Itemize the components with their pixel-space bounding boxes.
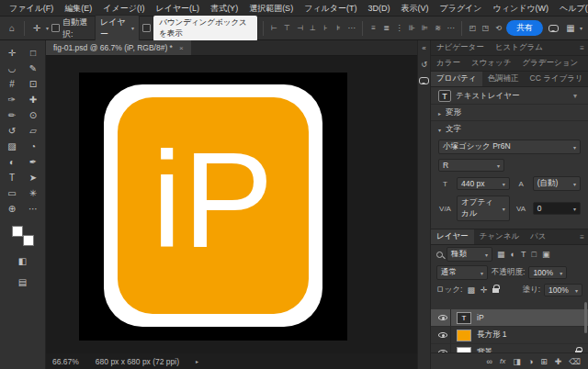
leading-dropdown[interactable]: (自動) ▾ — [533, 176, 581, 191]
screen-mode-button[interactable]: ▤ — [18, 274, 27, 290]
type-tool[interactable]: T — [3, 170, 22, 185]
marquee-tool[interactable]: □ — [24, 45, 43, 61]
lock-transparent-icon[interactable]: ▩ — [466, 285, 476, 295]
lock-all-icon[interactable] — [492, 288, 499, 293]
menu-help[interactable]: ヘルプ(H) — [554, 0, 588, 17]
tab-swatches[interactable]: スウォッチ — [466, 56, 517, 71]
move-tool-icon[interactable]: ✛ — [30, 19, 43, 38]
tab-channels[interactable]: チャンネル — [474, 229, 526, 244]
3d-mode-icon-1[interactable]: ◰ — [468, 19, 478, 38]
tracking-dropdown[interactable]: 0 ▾ — [533, 202, 581, 215]
bounding-box-label[interactable]: バウンディングボックスを表示 — [153, 16, 257, 41]
layer-name[interactable]: 長方形 1 — [477, 330, 584, 341]
filter-shape-icon[interactable]: □ — [530, 250, 537, 259]
transform-section-header[interactable]: ▸ 変形 — [431, 104, 588, 120]
menu-image[interactable]: イメージ(I) — [97, 0, 150, 17]
shape-layer-thumbnail[interactable] — [457, 330, 471, 341]
font-family-dropdown[interactable]: 小塚ゴシック Pr6N ▾ — [438, 140, 581, 154]
lasso-tool[interactable]: ◡ — [3, 61, 22, 76]
home-icon[interactable]: ⌂ — [6, 19, 18, 38]
scrollbar[interactable] — [584, 302, 587, 333]
quick-mask-button[interactable]: ◧ — [18, 253, 27, 269]
document-canvas[interactable]: iP — [79, 73, 347, 341]
layer-row-rectangle[interactable]: 長方形 1 — [431, 327, 588, 344]
frame-tool[interactable]: ⊡ — [24, 76, 43, 92]
layer-row-background[interactable]: 背景 — [431, 344, 588, 352]
align-right-icon[interactable]: ⊣ — [295, 19, 305, 38]
panel-menu-icon[interactable]: ≡ — [576, 40, 588, 55]
zoom-level[interactable]: 66.67% — [52, 357, 79, 366]
menu-filter[interactable]: フィルター(T) — [299, 0, 362, 17]
visibility-toggle[interactable] — [435, 327, 451, 343]
menu-select[interactable]: 選択範囲(S) — [243, 0, 299, 17]
menu-type[interactable]: 書式(Y) — [205, 0, 243, 17]
document-tab[interactable]: fig-01.psd @ 66.7% (iP, RGB/8#) * × — [46, 40, 191, 55]
menu-file[interactable]: ファイル(F) — [4, 0, 59, 17]
3d-mode-icon-3[interactable]: ⟲ — [493, 19, 503, 38]
menu-view[interactable]: 表示(V) — [395, 0, 434, 17]
filter-smart-object-icon[interactable]: ▣ — [541, 250, 551, 259]
layer-name[interactable]: iP — [477, 313, 584, 322]
character-section-header[interactable]: ▾ 文字 — [431, 120, 588, 137]
panel-menu-icon[interactable]: ≡ — [576, 229, 588, 244]
align-left-icon[interactable]: ⊢ — [269, 19, 279, 38]
distribute-icon-3[interactable]: ⋮ — [394, 19, 404, 38]
hand-tool[interactable]: ✳ — [24, 185, 43, 201]
background-layer-thumbnail[interactable] — [457, 347, 471, 353]
history-brush-tool[interactable]: ↺ — [3, 123, 22, 139]
adjustment-layer-icon[interactable]: ◑ — [528, 357, 533, 366]
healing-tool[interactable]: ✚ — [24, 92, 43, 107]
distribute-icon-6[interactable]: ≋ — [433, 19, 443, 38]
quick-select-tool[interactable]: ✎ — [24, 61, 43, 76]
chevron-right-icon[interactable]: ▸ — [196, 358, 198, 364]
auto-select-checkbox[interactable] — [51, 24, 60, 32]
kerning-dropdown[interactable]: オプティカル ▾ — [457, 196, 510, 221]
align-center-icon[interactable]: ⊤ — [282, 19, 292, 38]
tab-layers[interactable]: レイヤー — [431, 229, 474, 244]
add-mask-icon[interactable]: ◨ — [513, 357, 521, 366]
bounding-box-checkbox[interactable] — [142, 24, 151, 32]
align-bottom-icon[interactable]: ⊧ — [334, 19, 344, 38]
distribute-icon-5[interactable]: ⊫ — [420, 19, 430, 38]
comment-icon[interactable] — [548, 25, 559, 32]
new-layer-icon[interactable]: ✚ — [555, 357, 562, 366]
blur-tool[interactable]: ◔ — [24, 139, 43, 154]
menu-window[interactable]: ウィンドウ(W) — [488, 0, 555, 17]
edit-toolbar-button[interactable]: ⋯ — [24, 201, 43, 217]
distribute-icon-2[interactable]: ≣ — [381, 19, 391, 38]
brush-tool[interactable]: ✏ — [3, 107, 22, 123]
tab-navigator[interactable]: ナビゲーター — [431, 40, 490, 55]
layer-style-icon[interactable]: fx — [500, 357, 505, 365]
visibility-toggle[interactable] — [435, 344, 451, 352]
tab-close-icon[interactable]: × — [179, 44, 184, 52]
comment-panel-icon[interactable] — [419, 77, 429, 84]
workspace-icon[interactable]: ▦ — [564, 19, 577, 38]
tab-paths[interactable]: パス — [525, 229, 551, 244]
3d-mode-icon-2[interactable]: ◳ — [481, 19, 491, 38]
distribute-icon-1[interactable]: ≡ — [368, 19, 379, 38]
filter-kind-dropdown[interactable]: 種類 ▾ — [447, 247, 492, 262]
font-size-dropdown[interactable]: 440 px ▾ — [457, 177, 510, 190]
more-options-icon[interactable]: ⋯ — [346, 19, 356, 38]
menu-3d[interactable]: 3D(D) — [362, 0, 395, 17]
tab-histogram[interactable]: ヒストグラム — [490, 40, 548, 55]
eraser-tool[interactable]: ▱ — [24, 123, 43, 139]
font-style-dropdown[interactable]: R ▾ — [438, 159, 504, 172]
align-top-icon[interactable]: ⊥ — [308, 19, 318, 38]
crop-tool[interactable]: # — [3, 76, 22, 92]
eyedropper-tool[interactable]: ✑ — [3, 92, 22, 107]
lock-position-icon[interactable]: ✛ — [480, 285, 489, 295]
delete-layer-icon[interactable]: ⌫ — [569, 357, 581, 366]
expand-panels-icon[interactable]: « — [422, 44, 425, 52]
tab-color[interactable]: カラー — [431, 56, 466, 71]
menu-layer[interactable]: レイヤー(L) — [150, 0, 205, 17]
new-group-icon[interactable]: ⊞ — [540, 357, 548, 366]
dodge-tool[interactable]: ◐ — [3, 154, 22, 170]
share-button[interactable]: 共有 — [506, 20, 543, 36]
auto-select-dropdown[interactable]: レイヤー ▾ — [95, 15, 140, 42]
menu-plugins[interactable]: プラグイン — [434, 0, 487, 17]
layer-name[interactable]: 背景 — [477, 347, 570, 352]
tab-properties[interactable]: プロパティ — [431, 72, 482, 86]
distribute-icon-4[interactable]: ⊪ — [407, 19, 417, 38]
more-options-icon[interactable]: ⋯ — [446, 19, 456, 38]
